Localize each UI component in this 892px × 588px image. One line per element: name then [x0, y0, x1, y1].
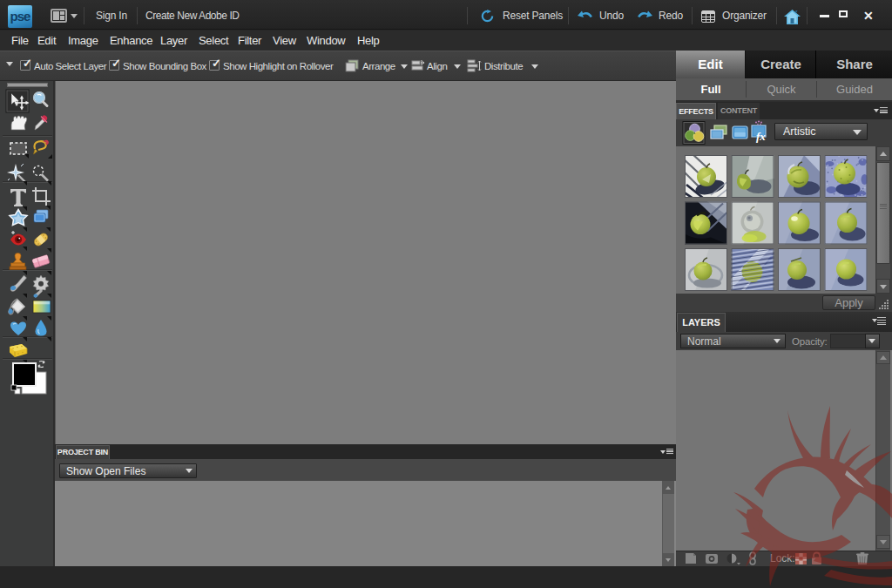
svg-text:fx: fx: [756, 130, 766, 143]
